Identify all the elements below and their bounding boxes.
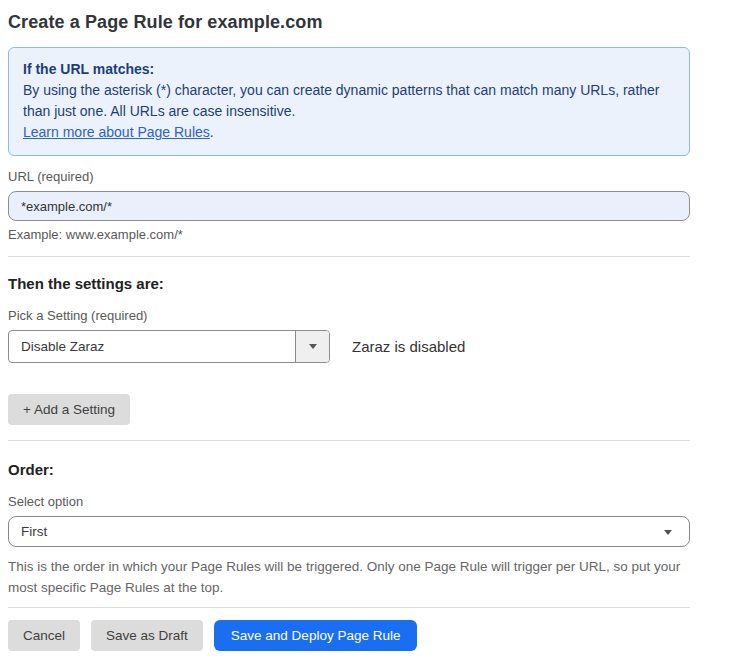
page-title: Create a Page Rule for example.com — [8, 12, 690, 33]
url-matches-info-box: If the URL matches: By using the asteris… — [8, 47, 690, 156]
setting-dropdown-value: Disable Zaraz — [9, 331, 295, 362]
page-rule-form: Create a Page Rule for example.com If th… — [0, 0, 750, 670]
divider — [8, 607, 690, 608]
setting-dropdown-arrow-button[interactable] — [295, 331, 329, 362]
setting-status-text: Zaraz is disabled — [352, 338, 465, 355]
url-field-label: URL (required) — [8, 169, 690, 184]
url-field-example: Example: www.example.com/* — [8, 227, 690, 242]
cancel-button[interactable]: Cancel — [8, 620, 80, 651]
setting-dropdown[interactable]: Disable Zaraz — [8, 330, 330, 363]
add-setting-button[interactable]: + Add a Setting — [8, 394, 130, 425]
divider — [8, 256, 690, 257]
info-box-body: By using the asterisk (*) character, you… — [23, 80, 675, 122]
info-box-link-line: Learn more about Page Rules. — [23, 122, 675, 143]
info-box-heading: If the URL matches: — [23, 59, 675, 80]
save-and-deploy-button[interactable]: Save and Deploy Page Rule — [214, 620, 418, 651]
divider — [8, 440, 690, 441]
order-select-value: First — [21, 524, 47, 539]
learn-more-link[interactable]: Learn more about Page Rules — [23, 124, 210, 140]
order-select[interactable]: First — [8, 516, 690, 547]
caret-down-icon — [309, 344, 317, 349]
setting-row: Disable Zaraz Zaraz is disabled — [8, 330, 690, 363]
order-select-label: Select option — [8, 494, 690, 509]
order-section-heading: Order: — [8, 461, 690, 478]
pick-setting-label: Pick a Setting (required) — [8, 308, 690, 323]
order-help-text: This is the order in which your Page Rul… — [8, 556, 684, 598]
settings-section-heading: Then the settings are: — [8, 275, 690, 292]
save-as-draft-button[interactable]: Save as Draft — [91, 620, 203, 651]
url-input[interactable] — [8, 191, 690, 221]
caret-down-icon — [664, 530, 672, 535]
link-period: . — [210, 124, 214, 140]
footer-button-row: Cancel Save as Draft Save and Deploy Pag… — [8, 620, 690, 651]
